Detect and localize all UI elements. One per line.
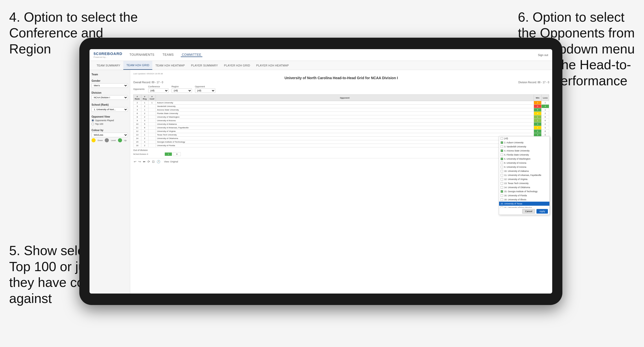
tab-player-h2h-grid[interactable]: PLAYER H2H GRID xyxy=(221,61,253,70)
cell-rank: 6 xyxy=(133,112,141,115)
top-nav: 5C0REBOARD Powered by... TOURNAMENTS TEA… xyxy=(89,49,552,61)
dropdown-item[interactable]: 4. Arizona State University xyxy=(499,149,549,153)
cell-loss: 1 xyxy=(542,108,549,112)
cell-reg: 2 xyxy=(141,112,148,115)
dropdown-item[interactable]: 3. Vanderbilt University xyxy=(499,145,549,149)
check-box xyxy=(501,194,503,197)
dropdown-item[interactable]: 11. University of Arkansas, Fayetteville xyxy=(499,173,549,177)
division-loss: 0 xyxy=(173,152,181,156)
table-row: 11 6 University of Arkansas, Fayettevill… xyxy=(133,126,549,130)
region-filter-select[interactable]: (All) xyxy=(172,88,192,93)
sign-out-link[interactable]: Sign out xyxy=(538,53,548,57)
gender-select[interactable]: Men's xyxy=(92,83,128,88)
tab-player-summary[interactable]: PLAYER SUMMARY xyxy=(188,61,221,70)
cell-win: 3 xyxy=(534,122,542,126)
dropdown-item[interactable]: 13. Texas Tech University xyxy=(499,181,549,185)
dropdown-item[interactable]: 9. University of Arizona xyxy=(499,165,549,169)
sidebar-school-section: School (Rank) 1. University of Nort... xyxy=(92,103,128,112)
cell-rank: 8 xyxy=(133,115,141,119)
table-row: 16 2 University of Florida 5 1 xyxy=(133,144,549,147)
check-box xyxy=(501,141,503,144)
nav-committee[interactable]: COMMITTEE xyxy=(181,53,202,57)
colour-by-select[interactable]: Win/Loss xyxy=(92,133,128,137)
cell-reg: 2 xyxy=(141,115,148,119)
cell-name: University of Virginia xyxy=(156,130,534,133)
logo-area: 5C0REBOARD Powered by... xyxy=(94,51,122,58)
logo-text: 5C0REBOARD xyxy=(94,51,122,56)
cell-loss: 0 xyxy=(542,130,549,133)
cell-name: University of Arizona xyxy=(156,119,534,122)
dropdown-item-label: 8. University of Arizona xyxy=(504,162,526,164)
tab-team-h2h-heatmap[interactable]: TEAM H2H HEATMAP xyxy=(152,61,188,70)
cell-name: Vanderbilt University xyxy=(156,105,534,108)
dropdown-item[interactable]: 15. Georgia Institute of Technology xyxy=(499,189,549,193)
opponent-filter-select[interactable]: (All) xyxy=(195,88,215,93)
school-select[interactable]: 1. University of Nort... xyxy=(92,107,128,112)
dropdown-item[interactable]: 10. University of Alabama xyxy=(499,169,549,173)
dropdown-item[interactable]: 14. University of Oklahoma xyxy=(499,185,549,189)
main-content: Team Gender Men's Division NCAA Division… xyxy=(89,70,552,294)
opponent-dropdown-overlay[interactable]: (All)2. Auburn University3. Vanderbilt U… xyxy=(499,136,550,215)
dropdown-item[interactable]: 20. University of Texas xyxy=(499,202,549,206)
toolbar-refresh-icon[interactable]: ⟳ xyxy=(147,159,151,164)
dropdown-item-label: 18. University of Illinois xyxy=(504,198,526,201)
dropdown-item-label: 15. Georgia Institute of Technology xyxy=(504,190,537,193)
tab-team-h2h-grid[interactable]: TEAM H2H GRID xyxy=(123,61,152,70)
colour-up-label: Up xyxy=(124,139,127,142)
check-box xyxy=(501,186,503,189)
cell-conf xyxy=(148,144,156,147)
division-select[interactable]: NCAA Division I xyxy=(92,95,128,100)
dropdown-item[interactable]: 8. University of Arizona xyxy=(499,161,549,165)
dropdown-item[interactable]: 2. Auburn University xyxy=(499,141,549,145)
region-filter-group: Region (All) xyxy=(172,85,192,93)
cancel-button[interactable]: Cancel xyxy=(522,209,535,214)
toolbar-redo-icon[interactable]: ↪ xyxy=(138,159,141,164)
dropdown-item[interactable]: 12. University of Virginia xyxy=(499,177,549,181)
dropdown-item[interactable]: 18. University of Illinois xyxy=(499,198,549,202)
toolbar-undo-icon[interactable]: ↩ xyxy=(133,159,137,164)
cell-rank: 4 xyxy=(133,108,141,112)
sidebar-school-label: School (Rank) xyxy=(92,103,128,106)
cell-name: University of Arkansas, Fayetteville xyxy=(156,126,534,130)
cell-loss: 1 xyxy=(542,101,549,105)
dropdown-item-label: (All) xyxy=(504,137,508,140)
table-row: 6 2 Florida State University 4 2 xyxy=(133,112,549,115)
sidebar-team-section: Team xyxy=(92,73,128,76)
toolbar-crop-icon[interactable]: ⊡ xyxy=(152,159,155,164)
radio-opponents-played-label: Opponents Played xyxy=(95,119,114,122)
toolbar-clock-icon[interactable]: 🕐 xyxy=(156,159,161,164)
sub-nav: TEAM SUMMARY TEAM H2H GRID TEAM H2H HEAT… xyxy=(89,61,552,70)
colour-icons: Down Level Up xyxy=(92,138,128,142)
tab-player-h2h-heatmap[interactable]: PLAYER H2H HEATMAP xyxy=(253,61,292,70)
nav-tournaments[interactable]: TOURNAMENTS xyxy=(128,53,155,57)
conference-filter-select[interactable]: (All) xyxy=(148,88,169,93)
cell-name: Arizona State University xyxy=(156,108,534,112)
th-win: Win xyxy=(534,95,542,101)
cell-rank: 2 xyxy=(133,101,141,105)
tablet-screen: 5C0REBOARD Powered by... TOURNAMENTS TEA… xyxy=(89,49,552,294)
apply-button[interactable]: Apply xyxy=(536,209,548,214)
out-division-row: NCAA Division II 1 0 xyxy=(133,152,549,156)
dropdown-item[interactable]: 5. Florida State University xyxy=(499,153,549,157)
dropdown-item-label: 11. University of Arkansas, Fayetteville xyxy=(504,174,541,176)
conference-filter-label: Conference xyxy=(148,85,169,88)
dropdown-item[interactable]: 6. University of Washington xyxy=(499,157,549,161)
title-section: University of North Carolina Head-to-Hea… xyxy=(133,76,549,80)
radio-top-100[interactable]: Top 100 xyxy=(92,123,128,125)
dropdown-item-label: 2. Auburn University xyxy=(504,141,523,144)
page-title: University of North Carolina Head-to-Hea… xyxy=(133,76,549,80)
dropdown-item[interactable]: 21. University of New Mexico xyxy=(499,206,549,208)
tab-team-summary[interactable]: TEAM SUMMARY xyxy=(94,61,123,70)
check-box xyxy=(501,198,503,201)
th-loss: Loss xyxy=(542,95,549,101)
table-row: 13 1 Texas Tech University 3 0 xyxy=(133,133,549,137)
nav-teams[interactable]: TEAMS xyxy=(161,53,175,57)
toolbar-back-icon[interactable]: ⬅ xyxy=(142,159,146,164)
dropdown-item[interactable]: (All) xyxy=(499,136,549,141)
dropdown-item[interactable]: 16. University of Florida xyxy=(499,193,549,198)
dropdown-item-label: 5. Florida State University xyxy=(504,154,529,156)
dropdown-item-label: 9. University of Arizona xyxy=(504,166,526,168)
radio-opponents-played[interactable]: Opponents Played xyxy=(92,119,128,122)
cell-conf xyxy=(148,137,156,140)
cell-name: Auburn University xyxy=(156,101,534,105)
